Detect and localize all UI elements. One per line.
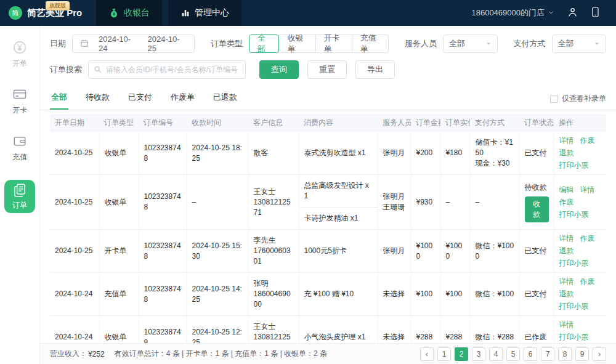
order-date-cell: 2024-10-25	[50, 230, 99, 273]
revenue-label: 营业收入：	[50, 349, 87, 359]
customer-cell: 散客	[248, 132, 299, 175]
status-tab[interactable]: 已支付	[127, 86, 153, 110]
date-start[interactable]: 2024-10-24	[99, 34, 138, 53]
order-type-option[interactable]: 开卡单	[315, 34, 352, 53]
svg-text:¥: ¥	[113, 12, 115, 16]
prev-page-button[interactable]: ‹	[420, 347, 434, 361]
action-link[interactable]: 打印小票	[559, 301, 589, 312]
paid-cell: –	[440, 175, 470, 230]
status-tab[interactable]: 作废单	[169, 86, 196, 110]
page-button[interactable]: 7	[541, 347, 554, 361]
action-link[interactable]: 作废	[580, 277, 595, 287]
actions-cell: 详情作废退款打印小票	[554, 132, 606, 175]
order-icon	[12, 182, 28, 198]
sidebar-item-orders[interactable]: 订单	[4, 180, 35, 213]
paid-cell: ¥180	[440, 132, 470, 175]
orders-table-wrap: 开单日期订单类型订单编号收款时间客户信息消费内容服务人员订单金额订单实付支付方式…	[40, 110, 616, 364]
action-link[interactable]: 详情	[559, 277, 574, 287]
date-range-picker[interactable]: 2024-10-24 2024-10-25	[72, 34, 195, 53]
order-date-cell: 2024-10-25	[50, 132, 99, 175]
order-type-group: 全部收银单开卡单充值单	[249, 34, 389, 53]
action-link[interactable]: 作废	[580, 233, 595, 244]
sidebar-item-card[interactable]: 开卡	[12, 86, 28, 116]
table-row: 2024-10-25收银单1023238748–王女士13081212571总监…	[50, 175, 606, 230]
staff-cell: 张明月王珊珊	[378, 175, 411, 230]
store-selector[interactable]: 18600469000的门店	[471, 7, 554, 18]
page-button[interactable]: 6	[524, 347, 537, 361]
bill-icon	[12, 39, 28, 55]
top-tab-cashier[interactable]: ¥收银台	[96, 0, 162, 26]
payment-select[interactable]: 全部	[552, 34, 606, 53]
user-icon[interactable]	[567, 6, 578, 20]
checkbox-icon[interactable]	[550, 95, 558, 103]
top-nav: ¥收银台管理中心	[96, 0, 248, 26]
action-link[interactable]: 打印小票	[559, 258, 589, 269]
device-icon[interactable]	[591, 6, 600, 20]
page-button[interactable]: 8	[558, 347, 572, 361]
export-button[interactable]: 导出	[355, 60, 395, 79]
column-header: 客户信息	[248, 114, 299, 132]
column-header: 开单日期	[50, 114, 99, 132]
sidebar-item-recharge[interactable]: 充值	[12, 133, 28, 163]
action-link[interactable]: 退款	[559, 148, 574, 158]
top-tab-admin[interactable]: 管理中心	[168, 0, 241, 26]
page-button[interactable]: 2	[455, 347, 468, 361]
search-input[interactable]	[88, 60, 246, 79]
items-cell: 总监高级发型设计 x1卡诗护发精油 x1	[299, 175, 378, 230]
supplement-only-toggle[interactable]: 仅查看补录单	[550, 94, 606, 110]
receive-button[interactable]: 收款	[525, 196, 549, 222]
actions-cell: 详情作废退款打印小票	[554, 230, 606, 273]
pay-time-cell: 2024-10-25 14:25	[187, 273, 248, 316]
action-link[interactable]: 编辑	[559, 185, 574, 195]
status-text: 待收款	[525, 182, 549, 193]
status-text: 已支付	[525, 148, 549, 158]
status-tab[interactable]: 待收款	[84, 86, 111, 110]
staff-cell: 未选择	[378, 273, 411, 316]
action-link[interactable]: 打印小票	[559, 160, 589, 171]
sidebar-item-bill[interactable]: 开单	[12, 39, 28, 69]
action-link[interactable]: 详情	[580, 185, 595, 195]
status-tab[interactable]: 已退款	[212, 86, 238, 110]
page-button[interactable]: 5	[506, 347, 520, 361]
page-button[interactable]: 4	[489, 347, 503, 361]
action-link[interactable]: 退款	[559, 289, 574, 299]
staff-select[interactable]: 全部	[443, 34, 497, 53]
pay-time-cell: –	[187, 175, 248, 230]
action-links: 详情作废退款打印小票	[559, 277, 602, 312]
order-type-cell: 收银单	[99, 132, 139, 175]
order-type-option[interactable]: 收银单	[278, 34, 315, 53]
date-end[interactable]: 2024-10-25	[148, 34, 187, 53]
page-button[interactable]: 9	[575, 347, 589, 361]
table-row: 2024-10-25收银单10232387482024-10-25 18:25散…	[50, 132, 606, 175]
order-date-cell: 2024-10-25	[50, 175, 99, 230]
pagination: ‹123456789›	[420, 347, 606, 361]
order-type-option[interactable]: 充值单	[352, 34, 389, 53]
column-header: 操作	[554, 114, 606, 132]
status-cell: 待收款收款	[519, 175, 554, 230]
next-page-button[interactable]: ›	[593, 347, 606, 361]
amount-cell: ¥100	[411, 273, 440, 316]
order-type-option[interactable]: 全部	[249, 34, 279, 53]
status-tab[interactable]: 全部	[50, 86, 68, 110]
action-link[interactable]: 作废	[580, 135, 595, 146]
consume-item: 卡诗护发精油 x1	[299, 207, 378, 229]
action-link[interactable]: 打印小票	[559, 332, 589, 342]
status-text: 已作废	[525, 332, 549, 342]
column-header: 订单类型	[99, 114, 139, 132]
action-link[interactable]: 打印小票	[559, 209, 589, 220]
page-button[interactable]: 1	[437, 347, 451, 361]
search-button[interactable]: 查询	[259, 60, 299, 79]
action-link[interactable]: 退款	[559, 246, 574, 256]
reset-button[interactable]: 重置	[307, 60, 347, 79]
column-header: 订单实付	[440, 114, 470, 132]
action-link[interactable]: 作废	[559, 197, 574, 208]
action-link[interactable]: 详情	[559, 233, 574, 244]
orders-summary: 有效订单总计：4 条 | 开卡单：1 条 | 充值单：1 条 | 收银单：2 条	[115, 349, 327, 359]
action-link[interactable]: 详情	[559, 320, 574, 330]
staff-cell: 张明月	[378, 132, 411, 175]
page-button[interactable]: 3	[472, 347, 485, 361]
status-text: 已支付	[525, 246, 549, 256]
amount-cell: ¥930	[411, 175, 440, 230]
main-content: 日期 2024-10-24 2024-10-25 订单类型 全部收银单开卡单充值…	[40, 26, 616, 364]
action-link[interactable]: 详情	[559, 135, 574, 146]
